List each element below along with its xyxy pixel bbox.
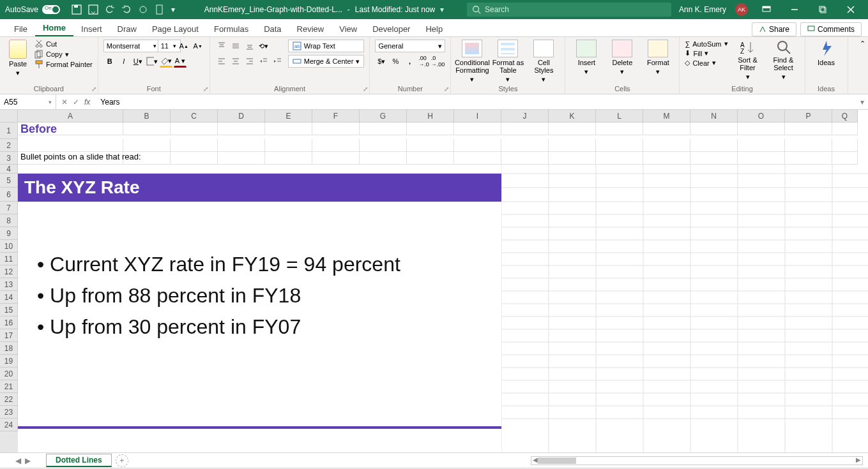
row-header[interactable]: 4 bbox=[0, 165, 18, 174]
row-header[interactable]: 17 bbox=[0, 329, 18, 342]
col-header[interactable]: H bbox=[407, 110, 454, 123]
tab-developer[interactable]: Developer bbox=[365, 22, 418, 36]
row-header[interactable]: 19 bbox=[0, 355, 18, 368]
new-file-icon[interactable] bbox=[155, 4, 165, 15]
col-header[interactable]: P bbox=[785, 110, 832, 123]
cell[interactable] bbox=[360, 152, 407, 165]
cell[interactable] bbox=[407, 123, 454, 135]
tab-draw[interactable]: Draw bbox=[110, 22, 144, 36]
cut-button[interactable]: Cut bbox=[34, 40, 93, 48]
chevron-down-icon[interactable]: ▾ bbox=[49, 99, 52, 105]
insert-cells-button[interactable]: Insert▾ bbox=[570, 40, 602, 75]
cell[interactable] bbox=[218, 139, 265, 152]
row-header[interactable]: 13 bbox=[0, 278, 18, 291]
name-box[interactable]: A55▾ bbox=[0, 94, 56, 109]
format-cells-button[interactable]: Format▾ bbox=[642, 40, 674, 75]
cell[interactable] bbox=[785, 123, 832, 135]
align-top-button[interactable] bbox=[215, 40, 228, 52]
cell[interactable] bbox=[171, 123, 218, 135]
maximize-icon[interactable] bbox=[813, 0, 832, 19]
sort-filter-button[interactable]: AZSort & Filter▾ bbox=[732, 40, 764, 80]
align-right-button[interactable] bbox=[243, 55, 256, 68]
row-header[interactable]: 23 bbox=[0, 406, 18, 419]
align-middle-button[interactable] bbox=[229, 40, 242, 52]
col-header[interactable]: A bbox=[18, 110, 123, 123]
comments-button[interactable]: Comments bbox=[800, 22, 862, 36]
underline-button[interactable]: U ▾ bbox=[132, 55, 144, 68]
cell[interactable] bbox=[690, 152, 738, 165]
col-header[interactable]: F bbox=[312, 110, 360, 123]
col-header[interactable]: B bbox=[123, 110, 171, 123]
sheet-tab-active[interactable]: Dotted Lines bbox=[46, 454, 112, 467]
cell[interactable] bbox=[265, 123, 312, 135]
copy-button[interactable]: Copy▾ bbox=[34, 50, 93, 59]
col-header[interactable]: E bbox=[265, 110, 312, 123]
autosave-switch[interactable]: On bbox=[42, 5, 60, 14]
find-select-button[interactable]: Find & Select▾ bbox=[768, 40, 800, 80]
format-as-table-button[interactable]: Format as Table▾ bbox=[492, 40, 524, 83]
cell[interactable] bbox=[785, 139, 832, 152]
tab-data[interactable]: Data bbox=[256, 22, 289, 36]
align-bottom-button[interactable] bbox=[243, 40, 256, 52]
row-header[interactable]: 22 bbox=[0, 393, 18, 406]
autosum-button[interactable]: ∑AutoSum ▾ bbox=[685, 40, 727, 48]
collapse-ribbon-icon[interactable]: ⌃ bbox=[857, 37, 868, 94]
row-header[interactable]: 16 bbox=[0, 316, 18, 329]
col-header[interactable]: J bbox=[501, 110, 549, 123]
chevron-down-icon[interactable]: ▾ bbox=[16, 69, 20, 77]
row-header[interactable]: 6 bbox=[0, 188, 18, 202]
horizontal-scrollbar[interactable]: ◀ ▶ bbox=[531, 456, 863, 465]
cell[interactable] bbox=[643, 152, 690, 165]
cell[interactable] bbox=[312, 123, 360, 135]
cell[interactable] bbox=[454, 139, 501, 152]
cell[interactable] bbox=[312, 139, 360, 152]
dialog-launcher-icon[interactable]: ⤢ bbox=[203, 86, 208, 93]
modified-dropdown-icon[interactable]: ▾ bbox=[440, 5, 444, 14]
cell[interactable] bbox=[738, 123, 785, 135]
row-header[interactable]: 15 bbox=[0, 304, 18, 316]
redo-icon[interactable] bbox=[121, 4, 132, 15]
col-header[interactable]: C bbox=[171, 110, 218, 123]
cell[interactable] bbox=[785, 152, 832, 165]
cell[interactable] bbox=[596, 139, 643, 152]
cell[interactable] bbox=[690, 123, 738, 135]
comma-button[interactable]: , bbox=[403, 55, 416, 68]
qat-more-icon[interactable]: ▾ bbox=[171, 5, 175, 14]
number-format-select[interactable]: General▾ bbox=[375, 40, 445, 52]
row-header[interactable]: 1 bbox=[0, 123, 18, 139]
cell[interactable] bbox=[265, 152, 312, 165]
close-icon[interactable] bbox=[841, 0, 860, 19]
col-header[interactable]: M bbox=[643, 110, 690, 123]
chevron-down-icon[interactable]: ▾ bbox=[153, 43, 156, 49]
tab-review[interactable]: Review bbox=[289, 22, 332, 36]
enter-formula-icon[interactable]: ✓ bbox=[73, 98, 79, 107]
tab-file[interactable]: File bbox=[6, 22, 35, 36]
align-left-button[interactable] bbox=[215, 55, 228, 68]
clear-button[interactable]: ◇Clear ▾ bbox=[685, 59, 727, 67]
autosave-toggle[interactable]: AutoSave On bbox=[0, 5, 65, 14]
row-header[interactable]: 2 bbox=[0, 139, 18, 152]
undo-icon[interactable] bbox=[105, 4, 115, 15]
dialog-launcher-icon[interactable]: ⤢ bbox=[91, 86, 96, 93]
select-all-corner[interactable] bbox=[0, 110, 18, 123]
row-header[interactable]: 18 bbox=[0, 342, 18, 355]
scroll-left-icon[interactable]: ◀ bbox=[533, 456, 538, 463]
cell[interactable] bbox=[549, 139, 596, 152]
tab-home[interactable]: Home bbox=[35, 20, 73, 36]
row-header[interactable]: 7 bbox=[0, 202, 18, 214]
row-header[interactable]: 24 bbox=[0, 419, 18, 431]
orientation-button[interactable]: ⟲▾ bbox=[257, 40, 270, 52]
row-header[interactable]: 14 bbox=[0, 291, 18, 304]
cell[interactable] bbox=[832, 139, 858, 152]
cell[interactable] bbox=[171, 152, 218, 165]
worksheet-grid[interactable]: Before Bullet points on a slide that rea… bbox=[18, 123, 868, 452]
dialog-launcher-icon[interactable]: ⤢ bbox=[444, 86, 449, 93]
cell[interactable] bbox=[596, 123, 643, 135]
col-header[interactable]: K bbox=[549, 110, 596, 123]
cell[interactable] bbox=[643, 123, 690, 135]
cell[interactable] bbox=[18, 139, 123, 152]
save-as-icon[interactable] bbox=[88, 4, 98, 15]
fill-button[interactable]: ⬇Fill ▾ bbox=[685, 49, 727, 57]
cell[interactable] bbox=[218, 123, 265, 135]
increase-font-button[interactable]: A▲ bbox=[178, 40, 190, 52]
